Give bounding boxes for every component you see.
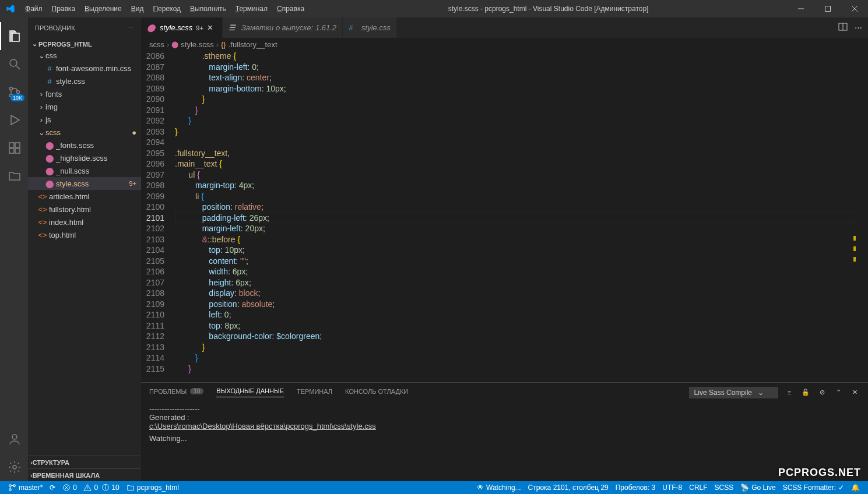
clear-icon[interactable]: ⊘	[817, 389, 827, 396]
tree-folder[interactable]: ›img	[28, 100, 141, 113]
status-lang[interactable]: SCSS	[711, 481, 737, 494]
menu-item[interactable]: Справка	[272, 5, 309, 13]
source-control-icon[interactable]: 10K	[0, 78, 28, 106]
chevron-down-icon: ⌄	[37, 128, 45, 137]
status-problems[interactable]: 0 0 ⓘ 10	[59, 481, 122, 494]
editor-area: ⬤style.scss9+✕☰Заметки о выпуске: 1.61.2…	[141, 17, 868, 481]
tree-file[interactable]: ⬤_null.scss	[28, 164, 141, 177]
maximize-button[interactable]	[814, 0, 841, 17]
breadcrumb-item[interactable]: {} .fullstory__text	[221, 40, 277, 49]
svg-point-14	[13, 465, 16, 469]
extensions-icon[interactable]	[0, 134, 28, 162]
svg-point-8	[17, 91, 20, 94]
tree-folder[interactable]: ›js	[28, 113, 141, 126]
chevron-down-icon: ⌄	[37, 51, 45, 60]
panel-tab[interactable]: КОНСОЛЬ ОТЛАДКИ	[345, 388, 408, 397]
vscode-logo-icon	[0, 4, 20, 13]
panel-tab[interactable]: ВЫХОДНЫЕ ДАННЫЕ	[216, 387, 284, 397]
tree-file[interactable]: #style.css	[28, 75, 141, 87]
status-encoding[interactable]: UTF-8	[659, 481, 686, 494]
titlebar: ФайлПравкаВыделениеВидПереходВыполнитьТе…	[0, 0, 868, 17]
tree-folder[interactable]: ›fonts	[28, 87, 141, 100]
svg-rect-1	[825, 6, 831, 12]
tree-folder[interactable]: ⌄css	[28, 49, 141, 62]
html-file-icon: <>	[37, 192, 48, 201]
menu-item[interactable]: Правка	[47, 5, 80, 13]
close-button[interactable]	[841, 0, 868, 17]
sass-icon: ⬤	[147, 23, 156, 32]
minimap[interactable]	[856, 51, 868, 382]
search-icon[interactable]	[0, 50, 28, 78]
output-channel-select[interactable]: Live Sass Compile ⌄	[689, 387, 778, 398]
sidebar-more-icon[interactable]: ⋯	[127, 24, 134, 31]
tree-file[interactable]: <>articles.html	[28, 190, 141, 203]
folder-icon[interactable]	[0, 162, 28, 190]
filter-icon[interactable]: ≡	[784, 389, 795, 396]
accounts-icon[interactable]	[0, 425, 28, 453]
sidebar-section[interactable]: › СТРУКТУРА	[28, 456, 141, 468]
status-formatter[interactable]: SCSS Formatter: ✓	[779, 481, 848, 494]
scm-badge: 10K	[10, 94, 24, 101]
root-label: PCPROGS_HTML	[38, 41, 92, 48]
breadcrumbs: scss›⬤ style.scss›{} .fullstory__text	[141, 38, 868, 51]
chevron-right-icon: ›	[37, 103, 45, 111]
editor-tab[interactable]: ☰Заметки о выпуске: 1.61.2	[223, 17, 343, 38]
menu-item[interactable]: Вид	[126, 5, 149, 13]
tree-file[interactable]: #font-awesome.min.css	[28, 62, 141, 75]
minimize-button[interactable]	[788, 0, 814, 17]
tree-root[interactable]: ⌄ PCPROGS_HTML	[28, 39, 141, 49]
panel-tab[interactable]: ПРОБЛЕМЫ 10	[149, 388, 203, 397]
tree-folder[interactable]: ⌄scss●	[28, 126, 141, 139]
tree-file[interactable]: ⬤_highslide.scss	[28, 151, 141, 164]
sass-file-icon: ⬤	[44, 179, 55, 188]
status-bell-icon[interactable]: 🔔	[848, 481, 863, 494]
svg-point-4	[10, 59, 17, 66]
status-folder[interactable]: pcprogs_html	[123, 481, 182, 494]
activitybar: 10K	[0, 17, 28, 481]
breadcrumb-item[interactable]: ⬤ style.scss	[171, 40, 213, 49]
status-spaces[interactable]: Пробелов: 3	[612, 481, 659, 494]
breadcrumb-item[interactable]: scss	[149, 40, 164, 49]
output-panel[interactable]: --------------------Generated :c:\Users\…	[141, 402, 868, 481]
panel-up-icon[interactable]: ⌃	[833, 389, 844, 396]
run-debug-icon[interactable]	[0, 106, 28, 134]
status-golive[interactable]: 📡 Go Live	[737, 481, 779, 494]
status-eol[interactable]: CRLF	[686, 481, 711, 494]
sidebar-section[interactable]: › ВРЕМЕННАЯ ШКАЛА	[28, 468, 141, 481]
editor-more-icon[interactable]: ⋯	[855, 23, 862, 32]
menu-item[interactable]: Файл	[20, 5, 47, 13]
menu-item[interactable]: Переход	[148, 5, 185, 13]
code-editor[interactable]: 2086208720882089209020912092209320942095…	[141, 51, 868, 382]
svg-line-5	[16, 66, 20, 69]
status-branch[interactable]: master*	[5, 481, 46, 494]
menu-item[interactable]: Терминал	[231, 5, 272, 13]
html-file-icon: <>	[37, 205, 48, 214]
status-position[interactable]: Строка 2101, столбец 29	[525, 481, 612, 494]
tabs: ⬤style.scss9+✕☰Заметки о выпуске: 1.61.2…	[141, 17, 868, 38]
explorer-icon[interactable]	[0, 22, 28, 50]
panel-tab[interactable]: ТЕРМИНАЛ	[297, 388, 332, 397]
menu-item[interactable]: Выделение	[80, 5, 126, 13]
tree-file[interactable]: <>top.html	[28, 228, 141, 241]
editor-tab[interactable]: ⬤style.scss9+✕	[141, 17, 223, 38]
panel-tabs: ПРОБЛЕМЫ 10ВЫХОДНЫЕ ДАННЫЕТЕРМИНАЛКОНСОЛ…	[141, 383, 868, 402]
css-icon: #	[349, 23, 358, 32]
tab-close-icon[interactable]: ✕	[207, 23, 216, 32]
svg-rect-12	[15, 149, 20, 153]
settings-gear-icon[interactable]	[0, 453, 28, 481]
svg-point-18	[9, 489, 12, 491]
tree-file[interactable]: ⬤_fonts.scss	[28, 139, 141, 151]
tree-file[interactable]: ⬤style.scss9+	[28, 177, 141, 190]
panel-close-icon[interactable]: ✕	[849, 389, 860, 396]
tree-file[interactable]: <>fullstory.html	[28, 203, 141, 216]
status-watching[interactable]: 👁 Watching...	[473, 481, 525, 494]
split-editor-icon[interactable]	[838, 22, 848, 33]
notes-icon: ☰	[229, 23, 238, 32]
status-sync[interactable]: ⟳	[46, 481, 59, 494]
tree-file[interactable]: <>index.html	[28, 216, 141, 228]
menu-item[interactable]: Выполнить	[185, 5, 231, 13]
lock-icon[interactable]: 🔓	[800, 389, 811, 396]
menubar: ФайлПравкаВыделениеВидПереходВыполнитьТе…	[20, 5, 309, 13]
sidebar: ПРОВОДНИК ⋯ ⌄ PCPROGS_HTML ⌄css#font-awe…	[28, 17, 141, 481]
editor-tab[interactable]: #style.css	[343, 17, 397, 38]
